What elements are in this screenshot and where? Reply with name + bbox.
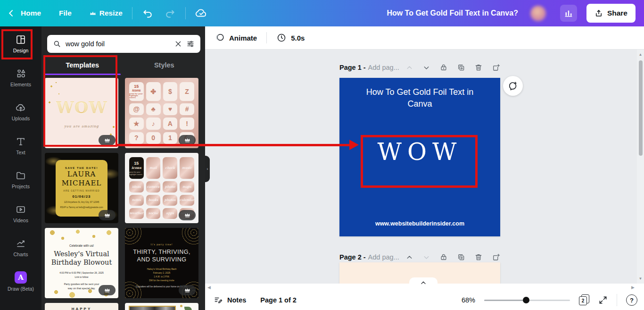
lace-ornament	[182, 228, 198, 245]
lace-ornament	[125, 228, 142, 245]
duplicate-page-icon[interactable]	[457, 63, 465, 72]
filter-icon[interactable]	[186, 40, 195, 48]
zoom-level[interactable]: 68%	[462, 296, 475, 304]
help-button[interactable]: ?	[626, 294, 637, 306]
hscroll-right-icon[interactable]: ▶	[631, 285, 635, 290]
undo-icon[interactable]	[142, 8, 153, 19]
tab-styles[interactable]: Styles	[124, 55, 206, 75]
pro-crown-badge	[179, 285, 196, 295]
duration-button[interactable]: 5.0s	[272, 33, 309, 43]
template-inner-card: SAVE THE DATE! LAURA MICHAEL ARE GETTING…	[56, 160, 107, 217]
sidebar-item-label: Uploads	[12, 116, 30, 121]
delete-page-icon[interactable]	[474, 253, 483, 261]
sidebar-item-elements[interactable]: Elements	[0, 60, 41, 94]
clear-search-icon[interactable]	[174, 40, 182, 48]
notes-label: Notes	[227, 296, 246, 304]
template-card-photo[interactable]	[125, 303, 198, 310]
collapse-panel-tab[interactable]: ‹	[205, 156, 210, 182]
template-card-wesley-birthday[interactable]: Celebrate with us! Wesley's Virtual Birt…	[45, 228, 118, 298]
share-icon	[594, 9, 603, 17]
sidebar-item-videos[interactable]: Videos	[0, 196, 41, 230]
pro-crown-badge	[179, 135, 196, 145]
template-card-rose-labels[interactable]: 15 icons great for your highlight covers…	[125, 153, 198, 223]
scroll-up-icon[interactable]: ▲	[637, 52, 644, 57]
sidebar-item-text[interactable]: Text	[0, 128, 41, 162]
add-comment-button[interactable]	[503, 76, 523, 96]
top-bar: Home File Resize How To Get Gold Foil Te…	[0, 0, 644, 26]
page1-label[interactable]: Page 1 -	[339, 64, 366, 71]
bottom-bar: ◀ ▶ Notes Page 1 of 2 68% 2 ?	[205, 284, 644, 310]
lock-page-icon[interactable]	[439, 63, 448, 72]
template-card-wow-balloons[interactable]: WOW you are amazing	[45, 78, 118, 148]
collapse-bottombar-tab[interactable]	[409, 277, 438, 285]
duplicate-page-icon[interactable]	[457, 253, 465, 261]
sidebar-item-label: Elements	[10, 82, 31, 87]
pro-crown-badge	[99, 135, 116, 145]
icon-tile: !	[180, 117, 194, 130]
template-text: LAURA	[67, 170, 96, 178]
crown-icon	[90, 10, 96, 16]
sidebar-item-design[interactable]: Design	[0, 26, 41, 60]
share-button[interactable]: Share	[586, 4, 636, 23]
avatar[interactable]	[530, 6, 546, 21]
move-page-down-icon[interactable]	[422, 253, 430, 261]
video-icon	[15, 204, 26, 215]
divider	[617, 294, 617, 306]
template-text: Birthday Blowout	[51, 258, 112, 267]
page2-add-title[interactable]: Add pag...	[368, 253, 399, 261]
design-icon	[15, 34, 26, 45]
hscroll-left-icon[interactable]: ◀	[207, 285, 211, 290]
sidebar-item-projects[interactable]: Projects	[0, 162, 41, 196]
fullscreen-button[interactable]	[598, 295, 608, 305]
redo-icon[interactable]	[165, 8, 176, 19]
move-page-down-icon[interactable]	[422, 64, 430, 72]
add-page-icon[interactable]	[492, 253, 500, 261]
label-tile: photos	[163, 195, 177, 206]
delete-page-icon[interactable]	[474, 63, 483, 72]
template-card-happy[interactable]: HAPPY	[45, 303, 118, 310]
insights-button[interactable]	[560, 5, 577, 22]
sidebar-item-label: Text	[16, 150, 25, 155]
template-card-thirty-thriving[interactable]: It's party time! THIRTY, THRIVING, AND S…	[125, 228, 198, 298]
back-icon[interactable]	[7, 8, 16, 18]
page1-url-text[interactable]: www.websitebuilderinsider.com	[339, 220, 500, 227]
tab-templates[interactable]: Templates	[41, 55, 124, 75]
canvas-area[interactable]: Page 1 - Add pag... How To Get Gold Foil…	[205, 50, 644, 284]
file-menu[interactable]: File	[59, 9, 72, 17]
search-input[interactable]	[66, 40, 170, 48]
slider-thumb[interactable]	[523, 297, 529, 303]
template-card-rose-icons[interactable]: 15 icons great for your highlight covers…	[125, 78, 198, 148]
notes-button[interactable]: Notes	[214, 295, 246, 305]
template-text: you are amazing	[64, 125, 99, 128]
document-title[interactable]: How To Get Gold Foil Text in Canva?	[387, 9, 518, 17]
animate-button[interactable]: Animate	[210, 33, 262, 43]
sidebar-item-charts[interactable]: Charts	[0, 230, 41, 264]
page-indicator[interactable]: Page 1 of 2	[260, 296, 297, 304]
add-page-icon[interactable]	[492, 63, 500, 72]
label-tile: ideas	[129, 181, 144, 192]
template-text: HAPPY	[72, 307, 92, 310]
grid-view-button[interactable]: 2	[579, 294, 589, 306]
sidebar-item-draw[interactable]: A Draw (Beta)	[0, 264, 41, 298]
label-tile: weather	[129, 208, 144, 219]
zoom-slider[interactable]	[484, 297, 570, 303]
page1-wow-text[interactable]: WOW	[339, 138, 500, 166]
template-card-save-the-date[interactable]: SAVE THE DATE! LAURA MICHAEL ARE GETTING…	[45, 153, 118, 223]
template-text: WOW	[56, 98, 107, 117]
scrollbar-thumb[interactable]	[639, 60, 643, 156]
lock-page-icon[interactable]	[439, 253, 448, 261]
sidebar-item-uploads[interactable]: Uploads	[0, 94, 41, 128]
templates-panel: Templates Styles WOW you are amazing 15 …	[41, 26, 205, 310]
move-page-up-icon[interactable]	[405, 64, 413, 72]
page1-add-title[interactable]: Add pag...	[368, 64, 399, 71]
resize-button[interactable]: Resize	[90, 9, 123, 17]
page1-title-text[interactable]: How To Get Gold Foil Text in Canva	[339, 86, 500, 110]
design-page-1[interactable]: How To Get Gold Foil Text in Canva WOW w…	[339, 78, 500, 236]
search-box[interactable]	[47, 35, 200, 53]
scroll-down-icon[interactable]: ▼	[637, 276, 644, 281]
move-page-up-icon[interactable]	[405, 253, 413, 261]
home-button[interactable]: Home	[21, 9, 41, 17]
page2-label[interactable]: Page 2 -	[339, 253, 366, 261]
template-text: 4:00 PM to 6:00 PM | September 26, 2025	[59, 271, 104, 275]
vertical-scrollbar[interactable]: ▲ ▼	[637, 50, 644, 284]
